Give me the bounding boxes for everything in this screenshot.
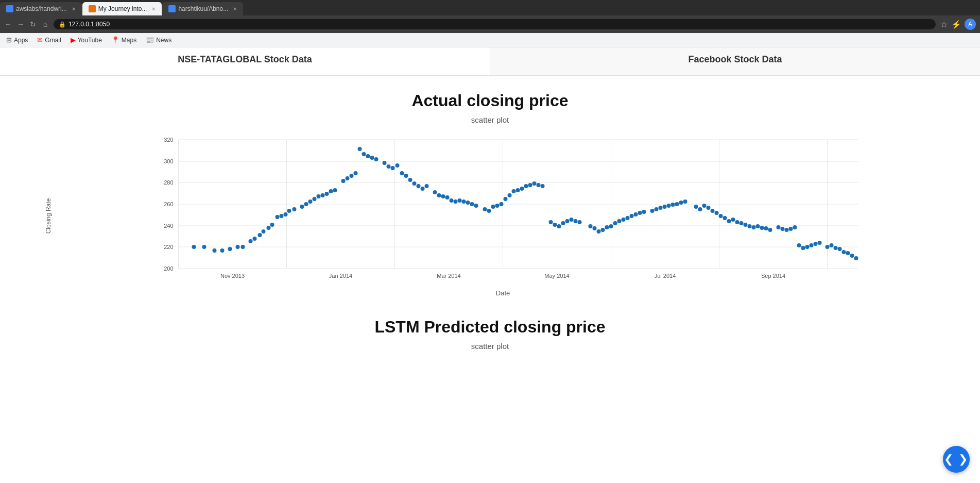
page-content: NSE-TATAGLOBAL Stock Data Facebook Stock… [0, 44, 980, 376]
svg-point-81 [462, 199, 466, 204]
home-button[interactable]: ⌂ [41, 20, 49, 28]
svg-point-129 [679, 201, 683, 205]
svg-point-140 [731, 218, 735, 222]
scatter-chart-1: 320 300 280 260 240 220 200 Nov 2013 Jan… [57, 135, 949, 284]
bookmark-youtube[interactable]: ▶ YouTube [68, 35, 104, 45]
svg-point-67 [400, 171, 404, 175]
extensions-icon[interactable]: ⚡ [952, 20, 960, 28]
svg-point-35 [253, 237, 257, 241]
tab-awslabs[interactable]: awslabs/handwri... ✕ [0, 2, 82, 15]
svg-point-68 [404, 174, 408, 178]
svg-point-121 [642, 210, 646, 214]
section2-subtitle: scatter plot [31, 342, 949, 351]
svg-point-152 [785, 228, 789, 232]
svg-point-65 [391, 166, 395, 170]
svg-point-122 [650, 209, 655, 213]
svg-text:320: 320 [164, 137, 173, 143]
tab-favicon-myjourney [89, 5, 96, 12]
svg-point-138 [723, 216, 727, 220]
nav-right[interactable]: Facebook Stock Data [490, 44, 980, 75]
svg-point-144 [748, 224, 752, 228]
svg-point-57 [354, 171, 358, 175]
svg-point-48 [313, 197, 317, 201]
tab-close-harshtikuu[interactable]: ✕ [233, 6, 237, 12]
svg-text:280: 280 [164, 179, 173, 186]
apps-label: Apps [14, 37, 28, 44]
bookmark-maps[interactable]: 📍 Maps [109, 35, 139, 45]
bookmark-gmail[interactable]: ✉ Gmail [35, 35, 63, 45]
tab-label-awslabs: awslabs/handwri... [16, 5, 67, 12]
svg-point-63 [383, 161, 387, 165]
svg-point-150 [777, 225, 781, 229]
bookmark-news[interactable]: 📰 News [144, 35, 174, 45]
svg-point-40 [276, 215, 280, 219]
svg-text:220: 220 [164, 244, 173, 250]
forward-button[interactable]: → [16, 20, 25, 28]
section1-title: Actual closing price [31, 91, 949, 110]
svg-point-32 [236, 245, 240, 249]
svg-point-76 [441, 194, 445, 198]
svg-point-130 [683, 199, 687, 204]
svg-point-163 [834, 246, 838, 250]
profile-icon[interactable]: A [965, 19, 976, 30]
svg-point-139 [727, 219, 731, 223]
svg-point-38 [267, 226, 271, 230]
tab-close-awslabs[interactable]: ✕ [72, 6, 76, 12]
svg-point-97 [532, 181, 537, 186]
apps-icon: ⊞ [6, 36, 12, 44]
svg-point-105 [570, 218, 574, 222]
svg-point-47 [308, 199, 313, 204]
svg-text:May 2014: May 2014 [544, 273, 569, 279]
tab-close-myjourney[interactable]: ✕ [151, 6, 156, 12]
lock-icon: 🔒 [59, 21, 66, 28]
svg-point-78 [450, 198, 454, 203]
svg-point-102 [557, 224, 561, 228]
svg-point-159 [814, 242, 818, 246]
svg-point-98 [537, 183, 541, 187]
svg-point-55 [346, 176, 350, 180]
back-button[interactable]: ← [4, 20, 12, 28]
svg-point-119 [634, 212, 638, 216]
youtube-icon: ▶ [71, 36, 76, 44]
svg-point-115 [617, 219, 622, 223]
reload-button[interactable]: ↻ [29, 20, 37, 28]
gmail-icon: ✉ [37, 36, 43, 44]
browser-tabs: awslabs/handwri... ✕ My Journey into... … [0, 0, 980, 15]
chart-wrapper: Closing Rate [31, 135, 949, 297]
nav-left[interactable]: NSE-TATAGLOBAL Stock Data [0, 44, 490, 75]
svg-point-143 [744, 223, 748, 227]
nav-left-label: NSE-TATAGLOBAL Stock Data [178, 54, 312, 65]
svg-point-110 [597, 229, 601, 234]
svg-point-50 [321, 193, 325, 197]
svg-point-100 [549, 220, 553, 224]
svg-point-43 [287, 209, 291, 213]
section2-title: LSTM Predicted closing price [31, 318, 949, 337]
svg-point-36 [258, 233, 262, 237]
svg-point-153 [789, 227, 793, 231]
svg-point-126 [667, 204, 671, 208]
svg-point-41 [280, 214, 284, 218]
address-bar[interactable]: 🔒 127.0.0.1:8050 [54, 19, 936, 29]
svg-point-31 [228, 247, 232, 251]
svg-point-73 [425, 184, 429, 188]
svg-point-39 [270, 223, 274, 227]
svg-point-109 [593, 226, 597, 230]
svg-point-104 [565, 219, 570, 223]
tab-myjourney[interactable]: My Journey into... ✕ [82, 2, 163, 15]
svg-point-154 [793, 225, 797, 229]
svg-point-141 [735, 220, 740, 224]
svg-text:Sep 2014: Sep 2014 [761, 273, 785, 279]
svg-point-96 [528, 183, 532, 187]
bookmark-star[interactable]: ☆ [940, 20, 948, 28]
svg-point-107 [578, 220, 582, 224]
svg-point-95 [524, 184, 528, 188]
svg-point-149 [768, 228, 772, 232]
svg-point-88 [495, 204, 500, 208]
svg-point-82 [466, 201, 470, 205]
svg-point-70 [412, 181, 417, 186]
bookmark-apps[interactable]: ⊞ Apps [4, 35, 30, 45]
tab-harshtikuu[interactable]: harshtikuu/Abno... ✕ [162, 2, 244, 15]
svg-point-142 [740, 221, 744, 225]
svg-point-157 [805, 245, 810, 249]
svg-point-87 [491, 205, 495, 209]
